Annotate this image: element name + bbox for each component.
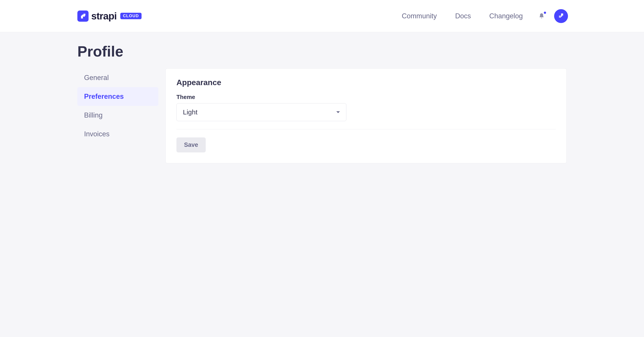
theme-select-wrap: Light [176,103,346,121]
svg-rect-4 [561,15,562,16]
sidebar-item-label: Billing [84,111,103,119]
sidebar-item-invoices[interactable]: Invoices [77,125,158,143]
sidebar-item-billing[interactable]: Billing [77,106,158,125]
settings-sidebar: General Preferences Billing Invoices [77,68,158,143]
sidebar-item-label: Preferences [84,92,124,100]
cloud-badge: CLOUD [120,13,142,19]
theme-label: Theme [176,94,556,101]
avatar-logo-icon [558,13,564,19]
header-nav: Community Docs Changelog [402,9,568,23]
preferences-card: Appearance Theme Light Save [166,68,567,163]
svg-rect-3 [559,15,561,17]
caret-down-icon [336,111,340,113]
main-container: Profile General Preferences Billing Invo… [0,32,644,163]
svg-rect-2 [561,13,563,15]
content-row: General Preferences Billing Invoices App… [77,68,567,163]
logo-group[interactable]: strapi CLOUD [77,10,142,22]
sidebar-item-general[interactable]: General [77,68,158,87]
header-actions [538,9,568,23]
nav-link-changelog[interactable]: Changelog [489,12,523,20]
user-avatar[interactable] [554,9,568,23]
sidebar-item-preferences[interactable]: Preferences [77,87,158,106]
top-header: strapi CLOUD Community Docs Changelog [0,0,644,32]
logo-text: strapi [91,10,117,22]
theme-select-value: Light [183,108,198,116]
nav-link-docs[interactable]: Docs [455,12,471,20]
svg-rect-0 [84,14,86,16]
notifications-button[interactable] [538,12,546,20]
card-heading: Appearance [176,78,556,87]
section-divider [176,129,556,129]
nav-link-community[interactable]: Community [402,12,437,20]
sidebar-item-label: Invoices [84,130,110,138]
theme-select[interactable]: Light [176,103,346,121]
sidebar-item-label: General [84,74,109,82]
notification-dot-icon [544,12,546,14]
page-title: Profile [77,43,567,60]
svg-rect-1 [81,16,83,18]
save-button[interactable]: Save [176,137,206,152]
logo-icon [77,10,88,22]
